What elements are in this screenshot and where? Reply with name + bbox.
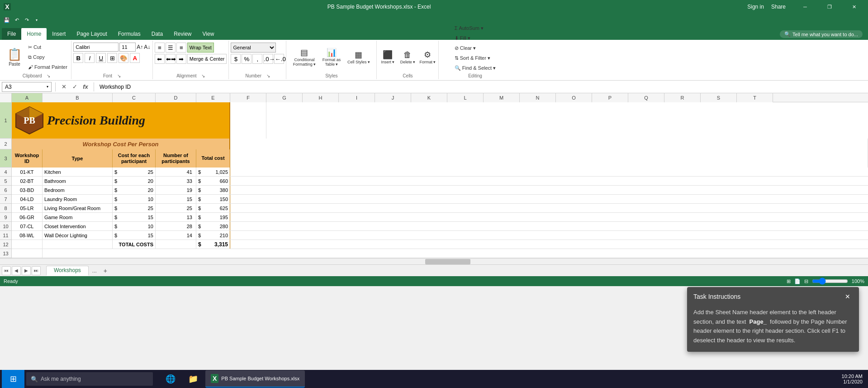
fill-button[interactable]: ⬇ Fill ▾ <box>453 34 498 43</box>
cell-c9[interactable]: $15 <box>113 213 156 221</box>
cut-button[interactable]: ✂ Cut <box>26 43 69 52</box>
format-painter-button[interactable]: 🖌 Format Painter <box>26 62 69 72</box>
bold-button[interactable]: B <box>73 53 83 63</box>
redo-qat-button[interactable]: ↷ <box>22 15 32 25</box>
scrollbar-thumb[interactable] <box>425 259 470 264</box>
cell-a5[interactable]: 02-BT <box>12 177 43 185</box>
cell-b7[interactable]: Laundry Room <box>43 195 113 203</box>
sheet-tab-workshops[interactable]: Workshops <box>46 266 89 276</box>
cell-a10[interactable]: 07-CL <box>12 222 43 230</box>
cell-d4[interactable]: 41 <box>156 168 196 176</box>
cell-b9[interactable]: Game Room <box>43 213 113 221</box>
conditional-formatting-button[interactable]: ▤ Conditional Formatting ▾ <box>292 44 317 70</box>
cell-d6[interactable]: 19 <box>156 186 196 194</box>
cell-d5[interactable]: 33 <box>156 177 196 185</box>
task-panel-close-button[interactable]: ✕ <box>843 292 853 302</box>
col-header-p[interactable]: P <box>592 93 628 102</box>
font-shrink-button[interactable]: A↓ <box>144 44 150 50</box>
cell-e10[interactable]: $280 <box>196 222 230 230</box>
cell-a4[interactable]: 01-KT <box>12 168 43 176</box>
tab-file[interactable]: File <box>2 28 21 40</box>
view-page-break-icon[interactable]: ⊟ <box>804 278 808 284</box>
header-total-cost[interactable]: Total cost <box>196 149 230 168</box>
col-header-j[interactable]: J <box>375 93 411 102</box>
format-button[interactable]: ⚙ Format ▾ <box>418 44 436 70</box>
tab-insert[interactable]: Insert <box>47 28 71 40</box>
taskbar-explorer-button[interactable]: 📁 <box>183 370 204 388</box>
cell-b5[interactable]: Bathroom <box>43 177 113 185</box>
font-color-button[interactable]: A <box>130 53 140 63</box>
view-normal-icon[interactable]: ⊞ <box>787 278 791 284</box>
col-header-q[interactable]: Q <box>628 93 664 102</box>
sign-in-button[interactable]: Sign in <box>747 4 764 10</box>
minimize-button[interactable]: ─ <box>795 0 816 14</box>
cell-b8[interactable]: Living Room/Great Room <box>43 204 113 212</box>
find-select-button[interactable]: 🔍 Find & Select ▾ <box>453 63 498 72</box>
row-header-1[interactable]: 1 <box>0 102 12 139</box>
cell-a7[interactable]: 04-LD <box>12 195 43 203</box>
col-header-f[interactable]: F <box>230 93 266 102</box>
cell-a11[interactable]: 08-WL <box>12 231 43 240</box>
cell-a12[interactable] <box>12 240 43 249</box>
taskbar-edge-button[interactable]: 🌐 <box>160 370 181 388</box>
col-header-c[interactable]: C <box>113 93 156 102</box>
font-grow-button[interactable]: A↑ <box>137 44 143 50</box>
col-header-m[interactable]: M <box>484 93 520 102</box>
cell-b10[interactable]: Closet Intervention <box>43 222 113 230</box>
header-workshop-id[interactable]: Workshop ID <box>12 149 43 168</box>
cell-e4[interactable]: $1,025 <box>196 168 230 176</box>
header-cost[interactable]: Cost for each participant <box>113 149 156 168</box>
col-header-a[interactable]: A <box>12 93 43 102</box>
cell-d11[interactable]: 14 <box>156 231 196 240</box>
border-button[interactable]: ⊞ <box>107 53 117 63</box>
cell-e7[interactable]: $150 <box>196 195 230 203</box>
tell-me-box[interactable]: 🔍 Tell me what you want to do... <box>780 30 863 38</box>
cell-a8[interactable]: 05-LR <box>12 204 43 212</box>
save-qat-button[interactable]: 💾 <box>2 15 12 25</box>
font-name-input[interactable] <box>73 43 119 52</box>
cell-b11[interactable]: Wall Décor Lighting <box>43 231 113 240</box>
row-header-10[interactable]: 10 <box>0 222 12 231</box>
clear-button[interactable]: ⊘ Clear ▾ <box>453 43 498 53</box>
tab-formulas[interactable]: Formulas <box>113 28 146 40</box>
cancel-formula-button[interactable]: ✕ <box>59 82 68 91</box>
underline-button[interactable]: U <box>96 53 106 63</box>
row-header-11[interactable]: 11 <box>0 231 12 240</box>
cell-c12[interactable]: TOTAL COSTS <box>113 240 156 249</box>
start-button[interactable]: ⊞ <box>2 370 24 388</box>
row-header-5[interactable]: 5 <box>0 177 12 186</box>
col-header-b[interactable]: B <box>43 93 113 102</box>
cell-d10[interactable]: 28 <box>156 222 196 230</box>
row-header-3[interactable]: 3 <box>0 149 12 168</box>
cell-b12[interactable] <box>43 240 113 249</box>
col-header-g[interactable]: G <box>266 93 303 102</box>
align-left-button[interactable]: ⬅ <box>155 54 165 64</box>
zoom-slider[interactable] <box>812 278 848 285</box>
sheet-ellipsis[interactable]: ... <box>90 268 100 274</box>
align-top-center-button[interactable]: ☰ <box>166 43 175 53</box>
merge-center-button[interactable]: Merge & Center <box>187 54 227 64</box>
align-top-left-button[interactable]: ≡ <box>155 43 165 53</box>
sheet-nav-first[interactable]: ⏮ <box>2 266 11 275</box>
tab-data[interactable]: Data <box>146 28 168 40</box>
row-header-6[interactable]: 6 <box>0 186 12 195</box>
cell-b6[interactable]: Bedroom <box>43 186 113 194</box>
cell-e12[interactable]: $ 3,315 <box>196 240 230 249</box>
add-sheet-button[interactable]: + <box>100 266 110 276</box>
comma-button[interactable]: , <box>252 54 262 64</box>
horizontal-scrollbar[interactable] <box>0 258 868 264</box>
col-header-k[interactable]: K <box>411 93 447 102</box>
row-header-2[interactable]: 2 <box>0 139 12 149</box>
col-header-d[interactable]: D <box>156 93 196 102</box>
align-right-button[interactable]: ➡ <box>176 54 186 64</box>
percent-button[interactable]: % <box>242 54 251 64</box>
cell-a6[interactable]: 03-BD <box>12 186 43 194</box>
cell-c7[interactable]: $10 <box>113 195 156 203</box>
col-header-e[interactable]: E <box>196 93 230 102</box>
cell-e11[interactable]: $210 <box>196 231 230 240</box>
col-header-o[interactable]: O <box>556 93 592 102</box>
insert-function-button[interactable]: fx <box>81 82 90 91</box>
cell-c4[interactable]: $25 <box>113 168 156 176</box>
align-top-right-button[interactable]: ≡ <box>176 43 186 53</box>
align-center-button[interactable]: ⬅➡ <box>166 54 175 64</box>
